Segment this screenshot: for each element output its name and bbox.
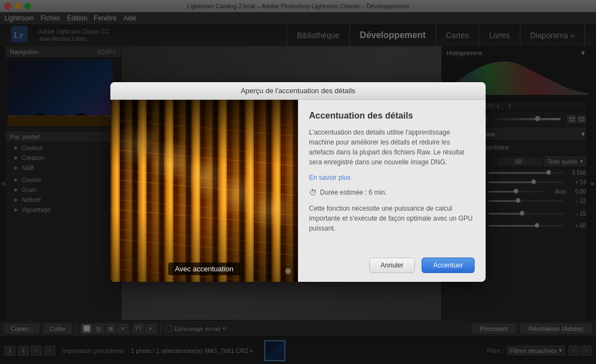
modal-description: L'accentuation des détails utilise l'app… [309,127,475,167]
modal-buttons: Annuler Accentuer [309,258,475,273]
accentuer-button[interactable]: Accentuer [422,258,475,273]
modal-image-area: Avec accentuation ⊕ [110,100,298,282]
modal-content: Accentuation des détails L'accentuation … [298,100,486,282]
modal-body: Avec accentuation ⊕ Accentuation des dét… [110,100,486,282]
zoom-icon: ⊕ [285,266,291,275]
learn-more-link[interactable]: En savoir plus [309,174,475,181]
modal-title: Aperçu de l'accentuation des détails [241,87,355,95]
cancel-button[interactable]: Annuler [369,258,415,273]
modal-overlay: Aperçu de l'accentuation des détails Ave… [0,0,596,364]
modal-dialog: Aperçu de l'accentuation des détails Ave… [110,82,486,282]
modal-title-bar: Aperçu de l'accentuation des détails [110,82,486,100]
modal-image-label: Avec accentuation [168,263,240,275]
duration-note: Cette fonction nécessite une puissance d… [309,204,475,233]
duration-row: ⏱ Durée estimée : 6 min. [309,188,475,197]
detail-image-canvas [110,100,298,282]
duration-label: Durée estimée : 6 min. [320,189,387,196]
modal-heading: Accentuation des détails [309,111,475,121]
clock-icon: ⏱ [309,188,317,197]
